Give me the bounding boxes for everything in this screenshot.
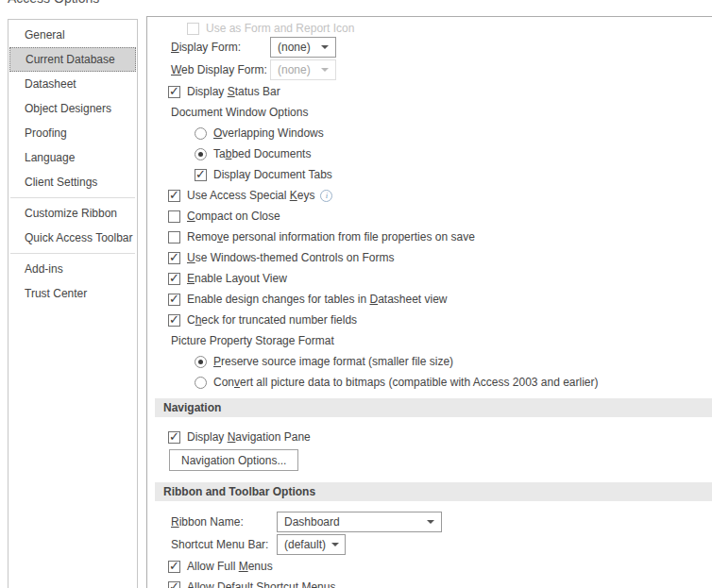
remove-personal-label[interactable]: Remove personal information from file pr… (187, 230, 475, 244)
display-form-row: Display Form: (none) (168, 36, 712, 59)
overlapping-windows-row: Overlapping Windows (195, 123, 712, 143)
windows-themed-row: Use Windows-themed Controls on Forms (168, 247, 712, 268)
sidebar-item-quick-access-toolbar[interactable]: Quick Access Toolbar (9, 226, 136, 250)
display-nav-pane-label[interactable]: Display Navigation Pane (187, 430, 311, 444)
sidebar-item-client-settings[interactable]: Client Settings (9, 170, 136, 194)
design-changes-label[interactable]: Enable design changes for tables in Data… (187, 293, 448, 306)
navigation-section-header: Navigation (155, 398, 712, 417)
shortcut-menu-bar-label: Shortcut Menu Bar: (171, 538, 277, 551)
windows-themed-label[interactable]: Use Windows-themed Controls on Forms (187, 251, 394, 264)
overlapping-windows-label[interactable]: Overlapping Windows (213, 126, 324, 140)
chevron-down-icon (331, 543, 339, 546)
tabbed-documents-label[interactable]: Tabbed Documents (213, 147, 311, 160)
ribbon-name-label: Ribbon Name: (171, 515, 277, 529)
compact-on-close-row: Compact on Close (168, 206, 712, 227)
display-status-bar-row: Display Status Bar (168, 81, 712, 102)
sidebar-item-datasheet[interactable]: Datasheet (9, 72, 136, 96)
display-nav-pane-checkbox[interactable] (168, 431, 180, 444)
options-category-sidebar: General Current Database Datasheet Objec… (8, 19, 138, 588)
sidebar-item-add-ins[interactable]: Add-ins (9, 257, 136, 281)
windows-themed-checkbox[interactable] (168, 252, 180, 264)
display-form-select[interactable]: (none) (270, 37, 336, 58)
sidebar-item-current-database[interactable]: Current Database (9, 47, 136, 72)
chevron-down-icon (427, 520, 434, 524)
display-document-tabs-label[interactable]: Display Document Tabs (213, 168, 332, 181)
web-display-form-row: Web Display Form: (none) (168, 59, 712, 81)
allow-default-shortcut-menus-row: Allow Default Shortcut Menus (168, 577, 712, 588)
sidebar-item-language[interactable]: Language (9, 145, 136, 170)
navigation-options-button[interactable]: Navigation Options... (169, 449, 298, 471)
sidebar-item-object-designers[interactable]: Object Designers (9, 96, 136, 121)
use-as-icon-checkbox (187, 23, 199, 35)
info-icon[interactable]: i (320, 190, 332, 202)
convert-bitmaps-radio[interactable] (195, 377, 207, 389)
truncated-fields-row: Check for truncated number fields (168, 310, 712, 330)
document-window-options-row: Document Window Options (168, 102, 712, 123)
special-keys-checkbox[interactable] (168, 190, 180, 202)
sidebar-item-proofing[interactable]: Proofing (9, 121, 136, 145)
compact-on-close-label[interactable]: Compact on Close (187, 210, 280, 223)
design-changes-checkbox[interactable] (168, 294, 180, 306)
allow-default-shortcut-menus-label[interactable]: Allow Default Shortcut Menus (187, 580, 335, 588)
display-form-label: Display Form: (171, 41, 270, 54)
truncated-fields-label[interactable]: Check for truncated number fields (187, 313, 357, 327)
shortcut-menu-bar-value: (default) (284, 538, 326, 551)
convert-bitmaps-row: Convert all picture data to bitmaps (com… (195, 372, 712, 393)
design-changes-row: Enable design changes for tables in Data… (168, 289, 712, 310)
tabbed-documents-row: Tabbed Documents (195, 143, 712, 164)
display-document-tabs-checkbox[interactable] (195, 169, 207, 181)
chevron-down-icon (321, 45, 329, 49)
picture-format-label: Picture Property Storage Format (171, 334, 334, 347)
special-keys-row: Use Access Special Keys i (168, 185, 712, 206)
allow-default-shortcut-menus-checkbox[interactable] (168, 581, 180, 588)
preserve-source-row: Preserve source image format (smaller fi… (195, 351, 712, 372)
display-form-value: (none) (278, 41, 311, 54)
convert-bitmaps-label[interactable]: Convert all picture data to bitmaps (com… (213, 376, 599, 389)
use-as-icon-label: Use as Form and Report Icon (206, 22, 354, 35)
web-display-form-select: (none) (270, 59, 336, 80)
display-document-tabs-row: Display Document Tabs (195, 164, 712, 185)
use-as-icon-row: Use as Form and Report Icon (187, 21, 712, 36)
truncated-fields-checkbox[interactable] (168, 314, 180, 327)
chevron-down-icon (321, 68, 329, 72)
current-database-options-panel: Use as Form and Report Icon Display Form… (146, 16, 712, 588)
display-status-bar-checkbox[interactable] (168, 86, 180, 98)
preserve-source-label[interactable]: Preserve source image format (smaller fi… (213, 355, 453, 368)
preserve-source-radio[interactable] (195, 356, 207, 368)
navigation-options-row: Navigation Options... (168, 449, 712, 471)
display-status-bar-label[interactable]: Display Status Bar (187, 85, 280, 98)
tabbed-documents-radio[interactable] (195, 148, 207, 160)
display-nav-pane-row: Display Navigation Pane (168, 427, 712, 447)
special-keys-label[interactable]: Use Access Special Keys (187, 189, 314, 202)
web-display-form-value: (none) (278, 63, 311, 76)
sidebar-item-trust-center[interactable]: Trust Center (9, 281, 136, 306)
sidebar-separator (10, 253, 135, 254)
enable-layout-view-row: Enable Layout View (168, 268, 712, 289)
picture-format-row: Picture Property Storage Format (168, 330, 712, 351)
enable-layout-view-checkbox[interactable] (168, 273, 180, 285)
document-window-options-label: Document Window Options (171, 106, 308, 119)
ribbon-name-row: Ribbon Name: Dashboard (168, 511, 712, 533)
shortcut-menu-bar-row: Shortcut Menu Bar: (default) (168, 533, 712, 556)
shortcut-menu-bar-select[interactable]: (default) (277, 534, 346, 555)
enable-layout-view-label[interactable]: Enable Layout View (187, 272, 287, 285)
ribbon-name-select[interactable]: Dashboard (277, 512, 442, 532)
compact-on-close-checkbox[interactable] (168, 210, 180, 223)
allow-full-menus-checkbox[interactable] (168, 561, 180, 573)
sidebar-separator (10, 197, 135, 198)
sidebar-item-customize-ribbon[interactable]: Customize Ribbon (9, 201, 136, 226)
web-display-form-label: Web Display Form: (171, 63, 270, 76)
ribbon-name-value: Dashboard (284, 515, 340, 529)
remove-personal-row: Remove personal information from file pr… (168, 227, 712, 247)
sidebar-item-general[interactable]: General (9, 23, 136, 47)
allow-full-menus-label[interactable]: Allow Full Menus (187, 560, 273, 573)
ribbon-section-header: Ribbon and Toolbar Options (155, 482, 712, 501)
overlapping-windows-radio[interactable] (195, 127, 207, 140)
remove-personal-checkbox[interactable] (168, 231, 180, 244)
allow-full-menus-row: Allow Full Menus (168, 556, 712, 577)
dialog-title: Access Options (8, 0, 99, 6)
